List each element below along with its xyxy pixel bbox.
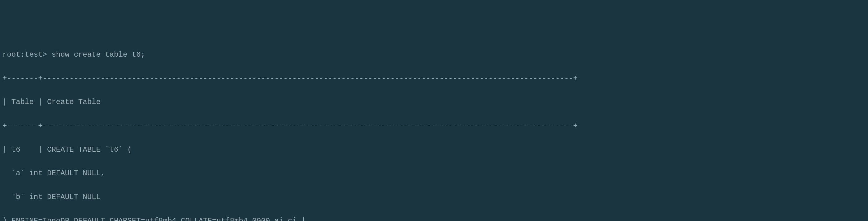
table-data-line-1: | t6 | CREATE TABLE `t6` (	[2, 144, 866, 156]
command: show create table t6;	[52, 51, 145, 59]
table-data-line-4: ) ENGINE=InnoDB DEFAULT CHARSET=utf8mb4 …	[2, 215, 866, 221]
table-border-top: +-------+-------------------------------…	[2, 72, 866, 84]
command-line[interactable]: root:test> show create table t6;	[2, 49, 866, 61]
table-header: | Table | Create Table	[2, 96, 866, 108]
table-border-mid: +-------+-------------------------------…	[2, 120, 866, 132]
table-data-line-2: `a` int DEFAULT NULL,	[2, 167, 866, 179]
prompt: root:test>	[2, 51, 52, 59]
table-data-line-3: `b` int DEFAULT NULL	[2, 191, 866, 203]
